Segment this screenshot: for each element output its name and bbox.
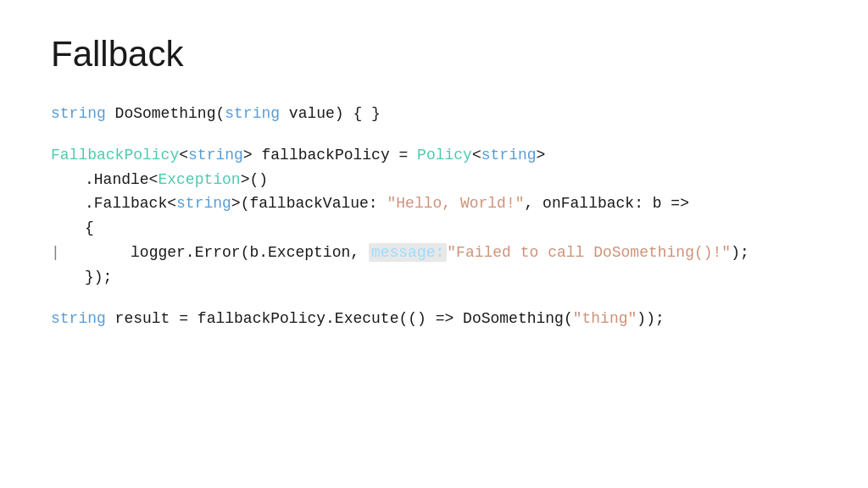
code-section-1: string DoSomething(string value) { } xyxy=(51,102,817,126)
keyword-string-last: string xyxy=(51,310,106,327)
code-block: string DoSomething(string value) { } Fal… xyxy=(51,102,817,330)
keyword-string-2: string xyxy=(225,105,280,122)
angle-open-1: < xyxy=(179,147,188,164)
generic-string-3: string xyxy=(176,195,231,212)
param-message: message: xyxy=(371,244,444,261)
keyword-string-1: string xyxy=(51,105,106,122)
code-line-7: }); xyxy=(51,265,817,290)
page-title: Fallback xyxy=(51,34,817,75)
line-indicator: | xyxy=(51,244,60,261)
code-line-3: .Handle<Exception>() xyxy=(51,168,817,192)
code-section-3: string result = fallbackPolicy.Execute((… xyxy=(51,307,817,331)
angle-close-1: > xyxy=(243,147,253,164)
param-highlight: message: xyxy=(369,243,447,262)
code-line-2: FallbackPolicy<string> fallbackPolicy = … xyxy=(51,143,817,168)
method-name: DoSomething( xyxy=(106,105,225,122)
brace-open: { xyxy=(85,219,94,236)
execute-close: )); xyxy=(637,310,664,327)
generic-string-2: string xyxy=(481,147,537,164)
fallback-method: .Fallback< xyxy=(85,195,176,212)
fallback-open: >(fallbackValue: xyxy=(231,195,387,212)
logger-call: logger.Error(b.Exception, xyxy=(131,244,369,261)
type-exception: Exception xyxy=(158,171,240,188)
code-line-6: | logger.Error(b.Exception, message:"Fai… xyxy=(51,241,817,265)
on-fallback: , onFallback: b => xyxy=(525,195,689,212)
string-thing: "thing" xyxy=(573,310,637,327)
type-fallbackpolicy: FallbackPolicy xyxy=(51,147,179,164)
code-line-1: string DoSomething(string value) { } xyxy=(51,102,817,126)
brace-close-paren: }); xyxy=(85,269,112,286)
type-policy: Policy xyxy=(417,147,472,164)
result-var: result = fallbackPolicy.Execute(() => Do… xyxy=(106,310,573,327)
logger-close: ); xyxy=(731,244,749,261)
handle-close: >() xyxy=(241,171,268,188)
string-hello-world: "Hello, World!" xyxy=(387,195,524,212)
code-line-5: { xyxy=(51,216,817,241)
angle-open-2: < xyxy=(472,147,481,164)
code-line-4: .Fallback<string>(fallbackValue: "Hello,… xyxy=(51,191,817,216)
generic-string-1: string xyxy=(188,147,243,164)
string-failed: "Failed to call DoSomething()!" xyxy=(447,244,731,261)
var-name: fallbackPolicy = xyxy=(253,147,417,164)
code-line-8: string result = fallbackPolicy.Execute((… xyxy=(51,307,817,331)
angle-close-2: > xyxy=(537,147,546,164)
code-section-2: FallbackPolicy<string> fallbackPolicy = … xyxy=(51,143,817,290)
handle-method: .Handle< xyxy=(85,171,158,188)
param-value: value) { } xyxy=(280,105,381,122)
